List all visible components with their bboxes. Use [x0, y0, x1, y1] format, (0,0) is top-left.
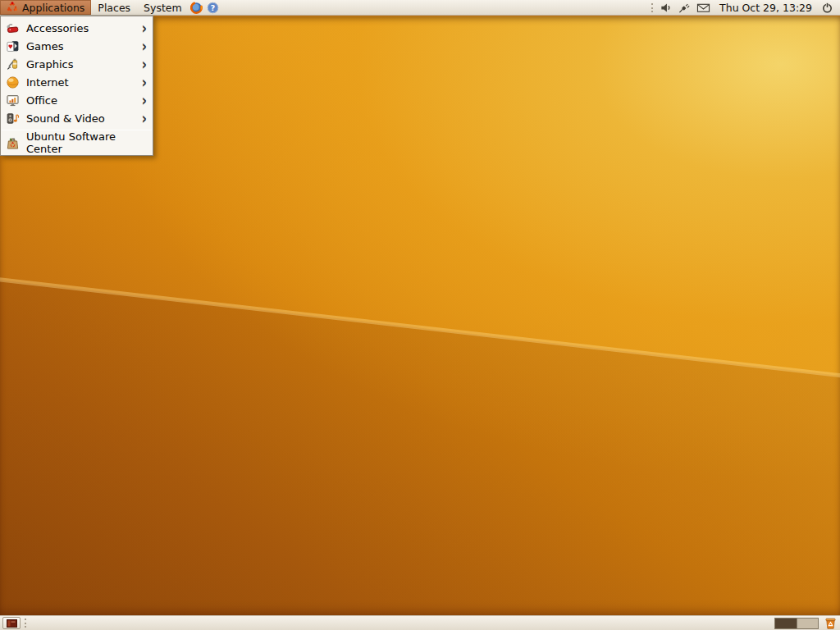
- graphics-icon: [6, 57, 20, 71]
- show-desktop-button[interactable]: [2, 617, 21, 629]
- menu-item-games[interactable]: Games ›: [1, 37, 153, 55]
- menu-item-label: Accessories: [26, 22, 89, 34]
- submenu-arrow-icon: ›: [142, 56, 147, 72]
- workspace-switcher: [774, 618, 819, 629]
- menu-item-label: Games: [26, 40, 63, 52]
- clock[interactable]: Thu Oct 29, 13:29: [716, 2, 815, 14]
- ubuntu-logo-icon: [7, 2, 18, 13]
- internet-icon: [6, 75, 20, 89]
- menu-item-label: Sound & Video: [26, 112, 105, 125]
- top-panel-tray: Thu Oct 29, 13:29: [651, 0, 840, 15]
- top-panel: Applications Places System ?: [0, 0, 840, 16]
- submenu-arrow-icon: ›: [142, 74, 147, 90]
- sound-video-icon: [6, 112, 20, 126]
- accessories-icon: [6, 21, 20, 35]
- system-menu-label: System: [144, 2, 182, 14]
- menu-item-label: Graphics: [26, 58, 73, 71]
- firefox-launcher[interactable]: [189, 0, 205, 15]
- workspace-1[interactable]: [775, 619, 797, 628]
- firefox-icon: [190, 2, 203, 14]
- menu-item-label: Ubuntu Software Center: [26, 130, 147, 155]
- games-icon: [6, 39, 20, 53]
- svg-text:?: ?: [211, 2, 215, 11]
- menu-item-office[interactable]: Office ›: [1, 91, 153, 109]
- menu-item-label: Internet: [26, 76, 69, 89]
- applications-menu-button[interactable]: Applications: [0, 0, 91, 15]
- office-icon: [6, 94, 20, 107]
- trash-applet[interactable]: [823, 617, 838, 630]
- menu-item-ubuntu-software-center[interactable]: Ubuntu Software Center: [1, 134, 153, 152]
- show-desktop-icon: [7, 619, 17, 628]
- menu-item-graphics[interactable]: Graphics ›: [1, 55, 153, 73]
- trash-icon: [824, 617, 838, 630]
- submenu-arrow-icon: ›: [142, 110, 147, 126]
- submenu-arrow-icon: ›: [142, 38, 147, 54]
- menu-item-sound-video[interactable]: Sound & Video ›: [1, 109, 153, 127]
- menu-item-accessories[interactable]: Accessories ›: [1, 19, 153, 37]
- tray-drag-handle[interactable]: [651, 3, 654, 12]
- places-menu-button[interactable]: Places: [91, 0, 137, 15]
- bottom-panel: [0, 615, 840, 630]
- applications-dropdown-menu: Accessories › Games ›: [0, 16, 153, 156]
- network-icon[interactable]: [678, 2, 691, 14]
- menu-item-label: Office: [26, 94, 57, 107]
- submenu-arrow-icon: ›: [142, 20, 147, 36]
- mail-icon[interactable]: [696, 2, 710, 14]
- bottom-panel-drag-handle[interactable]: [25, 619, 27, 628]
- applications-menu-label: Applications: [22, 2, 84, 14]
- volume-icon[interactable]: [660, 2, 672, 14]
- places-menu-label: Places: [98, 2, 130, 14]
- system-menu-button[interactable]: System: [137, 0, 189, 15]
- help-launcher[interactable]: ?: [205, 0, 221, 15]
- workspace-2[interactable]: [797, 619, 818, 628]
- submenu-arrow-icon: ›: [142, 92, 147, 108]
- power-icon[interactable]: [821, 2, 833, 14]
- menu-item-internet[interactable]: Internet ›: [1, 73, 153, 91]
- software-center-icon: [6, 136, 20, 150]
- help-question-icon: ?: [207, 2, 219, 14]
